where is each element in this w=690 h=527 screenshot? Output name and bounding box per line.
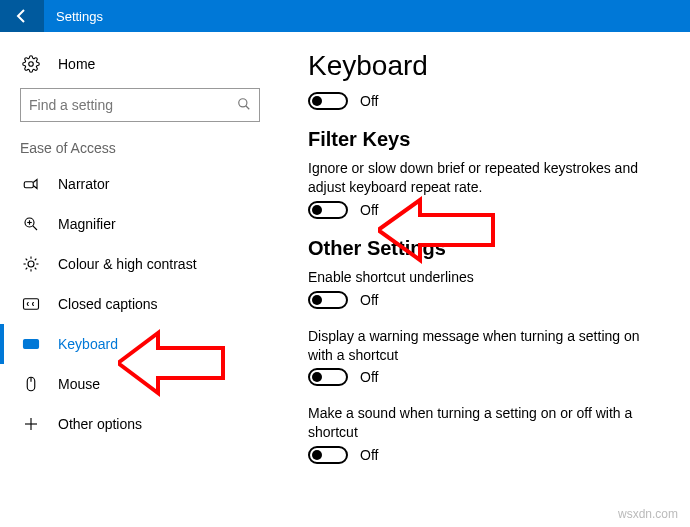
back-arrow-icon <box>14 8 30 24</box>
page-title: Keyboard <box>308 50 670 82</box>
sidebar-item-magnifier[interactable]: Magnifier <box>0 204 280 244</box>
other-toggle-label: Off <box>360 292 378 308</box>
gear-icon <box>22 55 40 73</box>
magnifier-icon <box>22 215 40 233</box>
search-icon <box>237 97 251 114</box>
keyboard-top-toggle-row: Off <box>308 92 670 110</box>
sidebar-item-narrator[interactable]: Narrator <box>0 164 280 204</box>
mouse-icon <box>22 375 40 393</box>
content-pane: Keyboard Off Filter Keys Ignore or slow … <box>280 32 690 527</box>
other-toggle-label: Off <box>360 369 378 385</box>
svg-line-13 <box>26 259 28 261</box>
other-toggle-row-0: Off <box>308 291 670 309</box>
svg-line-2 <box>246 105 250 109</box>
sidebar-item-mouse[interactable]: Mouse <box>0 364 280 404</box>
sidebar: Home Ease of Access Narrator Magnifier <box>0 32 280 527</box>
back-button[interactable] <box>0 0 44 32</box>
svg-line-5 <box>33 226 37 230</box>
sidebar-section-label: Ease of Access <box>0 140 280 162</box>
shortcut-underlines-toggle[interactable] <box>308 291 348 309</box>
keyboard-top-toggle[interactable] <box>308 92 348 110</box>
sidebar-item-captions[interactable]: Closed captions <box>0 284 280 324</box>
svg-line-14 <box>35 268 37 270</box>
sidebar-home[interactable]: Home <box>0 44 280 84</box>
svg-rect-18 <box>24 340 39 349</box>
narrator-icon <box>22 175 40 193</box>
filter-keys-toggle-row: Off <box>308 201 670 219</box>
filter-keys-heading: Filter Keys <box>308 128 670 151</box>
svg-point-8 <box>28 261 34 267</box>
sidebar-item-label: Colour & high contrast <box>58 256 197 272</box>
svg-point-0 <box>29 62 34 67</box>
keyboard-icon <box>22 335 40 353</box>
sidebar-item-label: Mouse <box>58 376 100 392</box>
search-input[interactable] <box>29 97 237 113</box>
filter-keys-desc: Ignore or slow down brief or repeated ke… <box>308 159 648 197</box>
sidebar-item-keyboard[interactable]: Keyboard <box>0 324 280 364</box>
sidebar-home-label: Home <box>58 56 95 72</box>
search-box[interactable] <box>20 88 260 122</box>
other-settings-heading: Other Settings <box>308 237 670 260</box>
other-toggle-label: Off <box>360 447 378 463</box>
other-item-desc: Display a warning message when turning a… <box>308 327 648 365</box>
sidebar-item-label: Magnifier <box>58 216 116 232</box>
sidebar-item-label: Other options <box>58 416 142 432</box>
svg-line-15 <box>26 268 28 270</box>
contrast-icon <box>22 255 40 273</box>
other-item-desc: Enable shortcut underlines <box>308 268 648 287</box>
captions-icon <box>22 295 40 313</box>
warning-message-toggle[interactable] <box>308 368 348 386</box>
other-toggle-row-1: Off <box>308 368 670 386</box>
filter-keys-toggle-label: Off <box>360 202 378 218</box>
svg-rect-3 <box>24 182 33 188</box>
sidebar-item-other[interactable]: Other options <box>0 404 280 444</box>
plus-icon <box>22 415 40 433</box>
other-item-desc: Make a sound when turning a setting on o… <box>308 404 648 442</box>
svg-rect-17 <box>24 299 39 310</box>
other-toggle-row-2: Off <box>308 446 670 464</box>
window-title: Settings <box>44 9 103 24</box>
watermark: wsxdn.com <box>618 507 678 521</box>
sidebar-item-label: Keyboard <box>58 336 118 352</box>
filter-keys-toggle[interactable] <box>308 201 348 219</box>
svg-point-1 <box>239 98 247 106</box>
keyboard-top-toggle-label: Off <box>360 93 378 109</box>
titlebar: Settings <box>0 0 690 32</box>
sidebar-item-label: Narrator <box>58 176 109 192</box>
svg-line-16 <box>35 259 37 261</box>
sidebar-item-colour[interactable]: Colour & high contrast <box>0 244 280 284</box>
sound-toggle[interactable] <box>308 446 348 464</box>
search-wrap <box>20 88 260 122</box>
sidebar-item-label: Closed captions <box>58 296 158 312</box>
